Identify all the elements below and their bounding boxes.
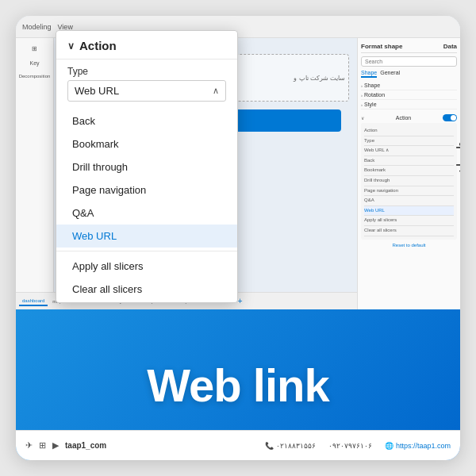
rp-sub-action: Action: [364, 126, 454, 136]
rp-sub-clear[interactable]: Clear all slicers: [364, 226, 454, 236]
toolbar-text-modeling[interactable]: Modeling: [22, 23, 52, 31]
right-panel-header: Format shape Data: [361, 43, 457, 53]
rp-section-shape[interactable]: › Shape: [361, 81, 457, 90]
phone-icon: 📞: [265, 442, 274, 450]
rp-sub-weburl: Web URL ∧: [364, 146, 454, 156]
menu-item-weburl[interactable]: Web URL: [56, 225, 237, 248]
footer-url[interactable]: 🌐 https://taap1.com: [385, 442, 451, 450]
menu-item-back[interactable]: Back: [56, 109, 237, 132]
right-panel: Format shape Data Shape General › Shape …: [357, 38, 460, 309]
left-sidebar: ⊞ Key Decomposition: [16, 38, 54, 309]
globe-icon: 🌐: [385, 442, 393, 450]
dropdown-header: ∨ Action: [56, 31, 237, 60]
menu-item-clear-slicers[interactable]: Clear all slicers: [56, 278, 237, 301]
menu-item-apply-slicers[interactable]: Apply all slicers: [56, 255, 237, 278]
footer-bar: ✈ ⊞ ▶ taap1_com 📞 ۰۲۱۸۸۳۱۵۵۶ ۰۹۲۰۷۹۷۶۱۰۶…: [16, 430, 460, 460]
menu-item-drill[interactable]: Drill through: [56, 155, 237, 178]
powerbi-bg: Modeling View ⊞ Key Decomposition سایت ش…: [16, 16, 460, 309]
rp-sub-weburl2[interactable]: Web URL: [364, 206, 454, 217]
tab-general[interactable]: General: [380, 70, 400, 78]
dropdown-title: Action: [79, 39, 117, 52]
footer-phone2: ۰۹۲۰۷۹۷۶۱۰۶: [328, 442, 372, 450]
footer-info: 📞 ۰۲۱۸۸۳۱۵۵۶ ۰۹۲۰۷۹۷۶۱۰۶ 🌐 https://taap1…: [265, 442, 451, 450]
rp-action-header: ∨ Action: [361, 113, 457, 123]
rp-section-rotation[interactable]: › Rotation: [361, 90, 457, 100]
rp-sub-page-nav[interactable]: Page navigation: [364, 186, 454, 197]
menu-item-bookmark[interactable]: Bookmark: [56, 132, 237, 155]
chevron-shape-icon: ›: [361, 83, 363, 88]
rp-section-style[interactable]: › Style: [361, 100, 457, 109]
rp-sub-back[interactable]: Back: [364, 156, 454, 167]
menu-item-qa[interactable]: Q&A: [56, 202, 237, 225]
telegram-icon[interactable]: ✈: [25, 440, 33, 451]
toolbar-text-view[interactable]: View: [58, 23, 73, 31]
chevron-style-icon: ›: [361, 102, 363, 107]
rp-sub-apply[interactable]: Apply all slicers: [364, 216, 454, 226]
rp-action-chevron: ∨: [361, 115, 364, 121]
outer-card: Modeling View ⊞ Key Decomposition سایت ش…: [16, 16, 460, 460]
rp-action-section: ∨ Action Action Type Web URL ∧ Back Book…: [361, 113, 457, 248]
type-select-chevron-icon: ∧: [213, 86, 219, 96]
right-panel-format-title: Format shape: [361, 43, 402, 50]
sidebar-decomp-icon[interactable]: Decomposition: [17, 71, 53, 81]
windows-icon[interactable]: ⊞: [39, 440, 46, 451]
rp-action-label: Action: [396, 115, 411, 121]
footer-phone1: 📞 ۰۲۱۸۸۳۱۵۵۶: [265, 442, 316, 450]
rp-sub-type: Type: [364, 136, 454, 147]
footer-brand: taap1_com: [65, 441, 106, 450]
tab-shape[interactable]: Shape: [361, 70, 377, 78]
type-label: Type: [56, 60, 237, 80]
dropdown-chevron-icon: ∨: [67, 40, 75, 52]
menu-divider: [56, 251, 237, 251]
menu-items: Back Bookmark Drill through Page navigat…: [56, 108, 237, 302]
rp-sub-qa[interactable]: Q&A: [364, 196, 454, 206]
rp-sub-content: Action Type Web URL ∧ Back Bookmark Dril…: [361, 123, 457, 240]
footer-icons: ✈ ⊞ ▶ taap1_com: [25, 440, 106, 451]
menu-item-page-nav[interactable]: Page navigation: [56, 178, 237, 202]
dropdown-menu: ∨ Action Type Web URL ∧ Back Bookmark Dr…: [56, 30, 238, 303]
type-select-value: Web URL: [75, 85, 119, 97]
banner-title: Web link: [147, 359, 328, 412]
rp-reset-button[interactable]: Reset to default: [361, 243, 457, 248]
youtube-icon[interactable]: ▶: [52, 440, 59, 451]
right-panel-data-title: Data: [443, 43, 457, 50]
right-panel-tabs: Shape General: [361, 70, 457, 78]
rp-sub-drill[interactable]: Drill through: [364, 176, 454, 186]
sidebar-key-icon[interactable]: Key: [27, 58, 41, 68]
rp-toggle[interactable]: [443, 114, 457, 121]
right-panel-search[interactable]: [361, 56, 457, 67]
type-select[interactable]: Web URL ∧: [67, 80, 226, 102]
rp-sub-bookmark[interactable]: Bookmark: [364, 166, 454, 176]
chevron-rotation-icon: ›: [361, 93, 363, 98]
persian-side-text: تاپ‌وان: [455, 143, 460, 175]
sidebar-grid-icon[interactable]: ⊞: [29, 43, 40, 55]
btab-dashboard[interactable]: dashboard: [19, 297, 48, 306]
